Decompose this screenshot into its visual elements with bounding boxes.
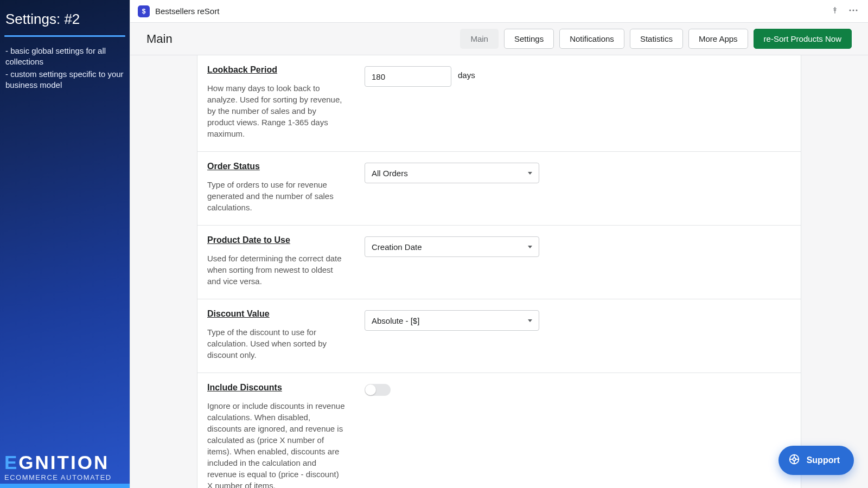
sidebar-note-2: - custom settings specific to your busin… (5, 69, 124, 91)
lookback-unit: days (458, 66, 475, 80)
discount-value-value: Absolute - [$] (372, 316, 419, 325)
toolbar: Main Main Settings Notifications Statist… (130, 23, 868, 55)
product-date-select[interactable]: Creation Date (365, 236, 539, 257)
logo-subtitle: ECOMMERCE AUTOMATED (4, 473, 125, 481)
tab-more-apps[interactable]: More Apps (688, 29, 748, 49)
sidebar: Settings: #2 - basic global settings for… (0, 0, 130, 488)
content: Lookback Period How many days to look ba… (130, 55, 868, 488)
page-title: Main (146, 32, 173, 46)
tab-main[interactable]: Main (460, 29, 499, 49)
chevron-down-icon (528, 172, 532, 175)
more-icon[interactable] (846, 4, 860, 18)
tab-notifications[interactable]: Notifications (559, 29, 624, 49)
sidebar-title: Settings: #2 (0, 0, 130, 35)
setting-desc-include-discounts: Ignore or include discounts in revenue c… (207, 400, 345, 488)
setting-lookback: Lookback Period How many days to look ba… (197, 55, 801, 152)
tab-statistics[interactable]: Statistics (630, 29, 683, 49)
setting-desc-discount-value: Type of the discount to use for calculat… (207, 326, 345, 361)
resort-products-button[interactable]: re-Sort Products Now (754, 29, 852, 49)
topbar: $ Bestsellers reSort (130, 0, 868, 23)
setting-order-status: Order Status Type of orders to use for r… (197, 152, 801, 226)
setting-discount-value: Discount Value Type of the discount to u… (197, 299, 801, 373)
toggle-knob (365, 384, 376, 395)
svg-point-3 (856, 9, 858, 11)
sidebar-baseline (0, 484, 130, 488)
setting-desc-product-date: Used for determining the correct date wh… (207, 253, 345, 287)
support-button[interactable]: Support (778, 446, 854, 475)
sidebar-underline (4, 35, 125, 37)
order-status-value: All Orders (372, 169, 408, 178)
setting-desc-lookback: How many days to look back to analyze. U… (207, 82, 345, 139)
tab-settings[interactable]: Settings (504, 29, 554, 49)
sidebar-note-1: - basic global settings for all collecti… (5, 46, 124, 68)
setting-title-include-discounts: Include Discounts (207, 383, 282, 393)
order-status-select[interactable]: All Orders (365, 163, 539, 183)
sidebar-notes: - basic global settings for all collecti… (0, 46, 130, 92)
discount-value-select[interactable]: Absolute - [$] (365, 310, 539, 331)
pin-icon[interactable] (829, 4, 841, 18)
chevron-down-icon (528, 319, 532, 322)
support-icon (788, 453, 800, 467)
setting-desc-order-status: Type of orders to use for revenue genera… (207, 179, 345, 213)
svg-point-1 (850, 9, 851, 11)
svg-point-5 (793, 458, 796, 461)
lookback-input[interactable] (365, 66, 451, 87)
settings-card: Lookback Period How many days to look ba… (197, 55, 801, 488)
sidebar-footer: EGNITION ECOMMERCE AUTOMATED (0, 453, 130, 484)
setting-title-order-status: Order Status (207, 162, 260, 171)
setting-title-lookback: Lookback Period (207, 65, 277, 75)
setting-title-discount-value: Discount Value (207, 309, 270, 319)
setting-include-discounts: Include Discounts Ignore or include disc… (197, 373, 801, 488)
setting-product-date: Product Date to Use Used for determining… (197, 226, 801, 299)
logo: EGNITION (4, 453, 125, 472)
main: $ Bestsellers reSort Main Main Settings … (130, 0, 868, 488)
app-icon: $ (138, 5, 150, 17)
setting-title-product-date: Product Date to Use (207, 235, 290, 245)
product-date-value: Creation Date (372, 242, 422, 252)
support-label: Support (807, 455, 840, 465)
svg-point-2 (853, 9, 854, 11)
chevron-down-icon (528, 246, 532, 248)
include-discounts-toggle[interactable] (365, 384, 391, 396)
app-name: Bestsellers reSort (155, 7, 219, 16)
